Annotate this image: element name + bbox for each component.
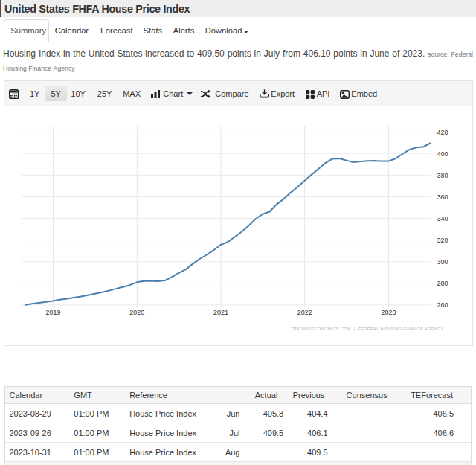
svg-text:320: 320	[437, 237, 448, 244]
svg-text:360: 360	[437, 193, 448, 201]
svg-text:2023: 2023	[381, 309, 396, 316]
svg-text:2020: 2020	[129, 309, 144, 316]
svg-text:2019: 2019	[46, 309, 61, 316]
svg-text:400: 400	[437, 150, 448, 158]
svg-text:340: 340	[437, 215, 448, 222]
svg-text:2022: 2022	[298, 309, 312, 316]
svg-text:260: 260	[437, 301, 448, 309]
svg-text:300: 300	[437, 258, 448, 266]
svg-text:380: 380	[437, 172, 448, 179]
svg-text:420: 420	[437, 129, 448, 136]
svg-text:280: 280	[437, 280, 448, 287]
svg-text:TRADINGECONOMICS.COM | FEDER: TRADINGECONOMICS.COM | FEDERAL HOUSING F…	[291, 327, 444, 331]
svg-text:2021: 2021	[213, 309, 228, 316]
